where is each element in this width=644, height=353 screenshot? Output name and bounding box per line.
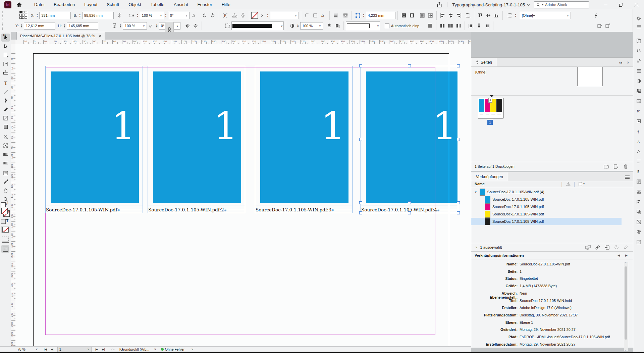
selection-handle[interactable] [408,64,411,67]
selection-handle[interactable] [359,138,362,141]
selection-handle[interactable] [457,138,460,141]
menu-datei[interactable]: Datei [30,0,49,9]
fit-content-proportional-icon[interactable] [408,12,416,19]
stroke-weight-field-spinner[interactable]: ▲▼ [266,12,270,19]
height-field[interactable]: 145,685 mm [67,22,98,30]
height-field-spinner[interactable]: ▲▼ [63,22,66,29]
cc-libraries-panel-icon[interactable] [636,98,642,104]
frame-tool[interactable] [1,114,10,122]
rotate-ccw-icon[interactable] [209,12,216,19]
next-link-icon[interactable]: ▶ [625,254,628,257]
link-row[interactable]: SourceDoc-17.0.1.105-WIN.pdf [471,210,622,218]
corner-radius-field[interactable]: 4,233 mm [366,12,395,19]
object-styles-panel-icon[interactable] [636,118,642,124]
page-tool[interactable] [1,51,10,59]
link-row-selected[interactable]: SourceDoc-17.0.1.105-WIN.pdf [471,218,622,225]
ruler-origin-box[interactable] [11,40,16,44]
menu-objekt[interactable]: Objekt [124,0,146,9]
effects-panel-icon[interactable]: fx [636,108,642,114]
package-export-icon[interactable] [604,22,611,30]
story-panel-icon[interactable] [636,179,642,185]
x-position-field[interactable]: 331 mm [39,12,71,19]
note-tool[interactable] [1,169,10,177]
relink-from-cc-icon[interactable] [585,245,591,250]
flip-horizontal-icon[interactable] [184,22,191,30]
text-wrap-none-icon[interactable] [332,12,339,19]
panel-gear-icon[interactable] [636,15,642,21]
frame-fitting-options-icon[interactable] [426,22,434,30]
shear-icon[interactable] [190,12,197,19]
corner-options-icon[interactable] [304,12,311,19]
character-styles-panel-icon[interactable]: A [636,138,642,144]
color-panel-icon[interactable] [636,78,642,84]
menu-layout[interactable]: Layout [79,0,102,9]
glyphs-panel-icon[interactable]: ⁋ [636,168,642,174]
constrain-proportions-icon[interactable] [116,12,123,19]
indesign-logo-icon[interactable]: Id [4,1,11,8]
distribute-vcenter-icon[interactable] [485,12,492,19]
scale-y-field-spinner[interactable]: ▲▼ [119,22,122,29]
eyedropper-tool[interactable] [1,178,10,186]
links-panel-tab[interactable]: Verknüpfungen [471,172,508,181]
expand-panels-icon[interactable]: ▸▸ [3,33,6,37]
width-field-spinner[interactable]: ▲▼ [78,12,82,19]
home-icon[interactable] [16,2,22,8]
paragraph-panel-icon[interactable] [636,158,642,164]
rotation-field-spinner[interactable]: ▲▼ [155,22,159,29]
default-fill-stroke-icon[interactable] [1,202,6,207]
vertical-ruler[interactable]: 0102030405060708090100110120130140150160… [11,44,16,346]
horizontal-ruler[interactable]: 1001020304050607080901001101201301401501… [15,40,471,44]
gradient-tool[interactable] [1,150,10,158]
menu-schrift[interactable]: Schrift [102,0,124,9]
menu-hilfe[interactable]: Hilfe [217,0,235,9]
x-position-field-spinner[interactable]: ▲▼ [35,12,39,19]
graphic-frame-3[interactable] [255,66,353,210]
preflight-status[interactable]: Ohne Fehler ∨ [161,347,194,351]
info-scrollbar[interactable]: ⌃ ⌄ [624,262,628,351]
object-style-dropdown[interactable]: [Ohne]+∨ [520,12,571,19]
pages-panel-icon[interactable] [636,38,642,44]
selection-handle[interactable] [359,64,362,67]
prev-link-icon[interactable]: ◀ [618,254,620,257]
scale-y-field-chevron[interactable]: ∨ [143,24,145,28]
hand-tool[interactable] [1,187,10,195]
swatches-panel-icon[interactable] [636,88,642,94]
line-tool[interactable] [1,88,10,96]
restore-button[interactable] [613,0,629,9]
package-check-icon[interactable] [596,22,603,30]
direct-selection-tool[interactable] [1,42,10,50]
page-column-icon[interactable] [579,182,582,186]
next-page-button[interactable]: ▶ [96,348,98,351]
relink-icon[interactable] [605,245,610,250]
selection-handle[interactable] [457,211,460,214]
menu-tabelle[interactable]: Tabelle [146,0,169,9]
align-right-icon[interactable] [455,12,463,19]
link-status-column-icon[interactable] [566,182,571,186]
stroke-weight-field[interactable]: ∨ [270,12,299,19]
shear-field-spinner[interactable]: ▲▼ [164,12,168,19]
stroke-style-icon[interactable] [224,22,231,30]
blend-effects-icon[interactable] [326,22,333,30]
cell-view-icon[interactable] [2,237,9,243]
close-tab-icon[interactable] [98,35,101,38]
quick-actions-bolt-icon[interactable] [592,12,600,19]
caption-frame-3[interactable]: SourceDoc-17.0.1.105-WIN.pdf:3# [255,205,353,213]
selection-handle[interactable] [359,201,362,204]
gradient-feather-tool[interactable] [1,159,10,167]
page-number-dropdown[interactable]: 1 ∨ [57,347,92,352]
corner-shape-icon[interactable] [312,12,319,19]
update-link-icon[interactable] [614,245,619,250]
collapse-info-icon[interactable]: ∨ [475,246,478,249]
flip-state-icon[interactable]: P [221,12,229,19]
screen-mode-button[interactable] [1,245,9,253]
page-number-badge[interactable]: 1 [487,120,493,125]
rotate-cw-icon[interactable] [201,12,208,19]
text-wrap-panel-icon[interactable] [636,189,642,195]
opacity-field[interactable]: 100 %∨ [300,22,323,30]
panel-menu-lines-icon[interactable] [636,23,642,30]
expand-chevron-icon[interactable]: ∨ [475,190,477,194]
autofit-checkbox[interactable] [385,23,389,28]
align-left-icon[interactable] [439,12,446,19]
shear-field[interactable]: 0°∨ [168,12,190,19]
selection-handle[interactable] [359,211,362,214]
